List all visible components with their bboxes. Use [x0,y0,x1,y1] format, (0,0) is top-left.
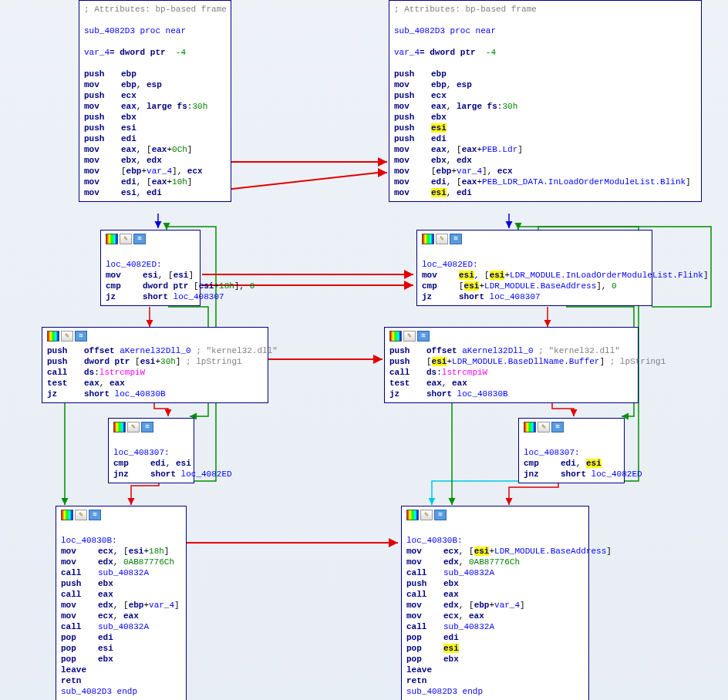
node-toolbar: ✎ ≋ [524,422,619,434]
node-toolbar: ✎ ≋ [106,234,195,246]
group-icon[interactable]: ≋ [551,422,564,432]
group-icon[interactable]: ≋ [141,422,153,432]
edit-icon[interactable]: ✎ [120,234,132,244]
left-node-2[interactable]: ✎ ≋ loc_4082ED: movesi, [esi] cmpdword p… [100,230,201,306]
label: loc_408307: [524,447,619,458]
node-toolbar: ✎ ≋ [389,331,633,343]
group-icon[interactable]: ≋ [133,234,146,244]
node-toolbar: ✎ ≋ [47,331,263,343]
comment-text: ; Attributes: bp-based frame [84,4,226,15]
color-icon[interactable] [113,422,126,432]
node-toolbar: ✎ ≋ [422,234,647,246]
edit-icon[interactable]: ✎ [436,234,448,244]
group-icon[interactable]: ≋ [450,234,462,244]
right-node-2[interactable]: ✎ ≋ loc_4082ED: movesi, [esi+LDR_MODULE.… [416,230,652,306]
label: loc_408307: [113,447,189,458]
node-toolbar: ✎ ≋ [61,510,181,522]
color-icon[interactable] [524,422,536,432]
label: loc_4082ED: [106,259,195,270]
proc-label: sub_4082D3 proc near [394,26,496,35]
group-icon[interactable]: ≋ [434,510,447,520]
comment-text: ; Attributes: bp-based frame [394,4,696,15]
right-node-4[interactable]: ✎ ≋ loc_408307: cmpedi, esi jnzshort loc… [518,418,625,483]
edit-icon[interactable]: ✎ [420,510,433,520]
color-icon[interactable] [406,510,419,520]
color-icon[interactable] [47,331,59,342]
edit-icon[interactable]: ✎ [75,510,87,520]
edit-icon[interactable]: ✎ [538,422,550,432]
proc-label: sub_4082D3 proc near [84,26,186,35]
group-icon[interactable]: ≋ [89,510,101,520]
node-toolbar: ✎ ≋ [113,422,189,434]
node-toolbar: ✎ ≋ [406,510,584,522]
edit-icon[interactable]: ✎ [403,331,416,342]
left-node-4[interactable]: ✎ ≋ loc_408307: cmpedi, esi jnzshort loc… [108,418,194,483]
label: loc_4082ED: [422,259,647,270]
group-icon[interactable]: ≋ [75,331,87,342]
edit-icon[interactable]: ✎ [61,331,73,342]
group-icon[interactable]: ≋ [417,331,430,342]
right-node-3[interactable]: ✎ ≋ pushoffset aKernel32Dll_0 ; "kernel3… [384,327,639,403]
label: loc_40830B: [406,535,584,546]
left-node-5[interactable]: ✎ ≋ loc_40830B: movecx, [esi+18h] movedx… [56,506,187,700]
color-icon[interactable] [389,331,402,342]
var-decl: var_4 [84,48,110,57]
right-node-1[interactable]: ; Attributes: bp-based frame sub_4082D3 … [389,0,702,202]
color-icon[interactable] [61,510,73,520]
left-node-3[interactable]: ✎ ≋ pushoffset aKernel32Dll_0 ; "kernel3… [42,327,268,403]
right-node-5[interactable]: ✎ ≋ loc_40830B: movecx, [esi+LDR_MODULE.… [401,506,589,700]
color-icon[interactable] [106,234,118,244]
left-node-1[interactable]: ; Attributes: bp-based frame sub_4082D3 … [79,0,231,202]
edit-icon[interactable]: ✎ [127,422,140,432]
color-icon[interactable] [422,234,434,244]
label: loc_40830B: [61,535,181,546]
